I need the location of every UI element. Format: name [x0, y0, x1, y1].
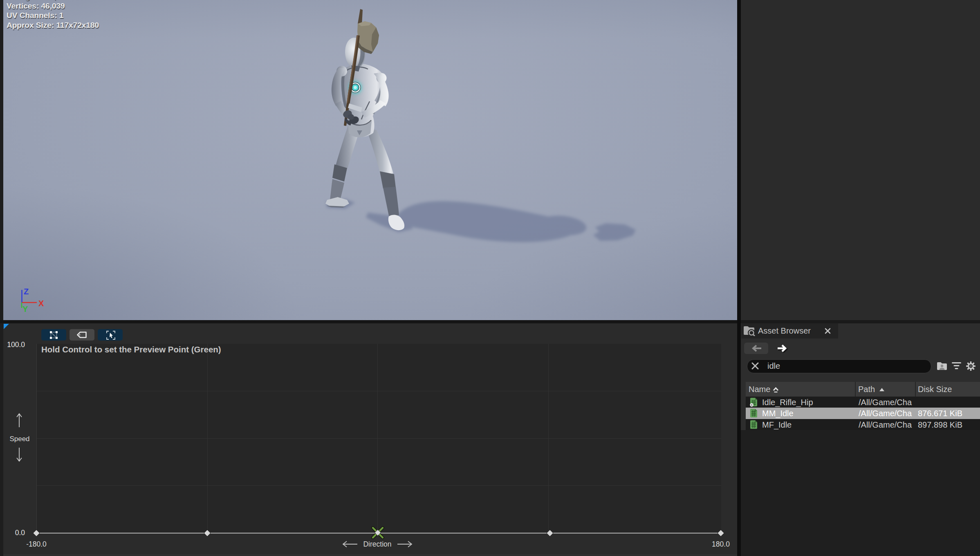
svg-text:Z: Z: [24, 287, 29, 296]
svg-text:X: X: [38, 299, 44, 308]
svg-text:Y: Y: [22, 305, 28, 314]
